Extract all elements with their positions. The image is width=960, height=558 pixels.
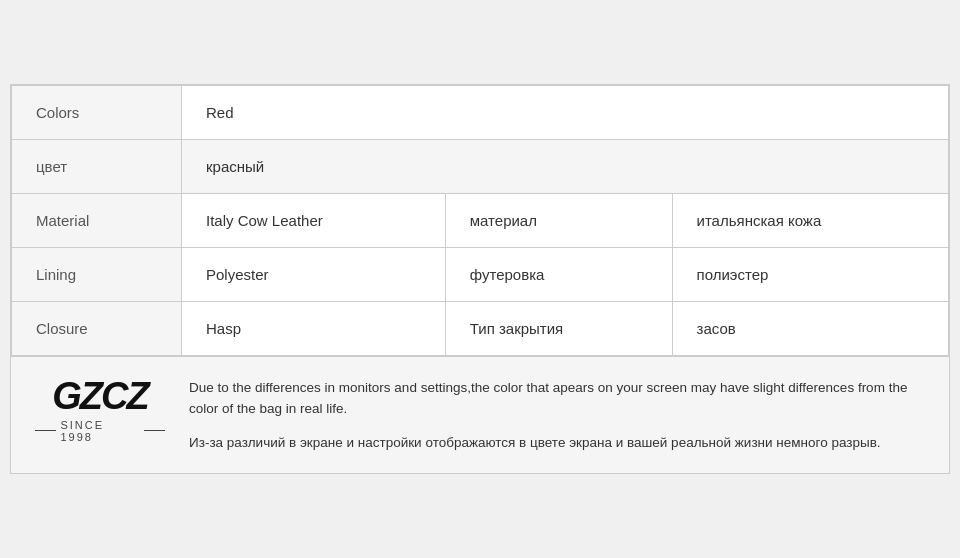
- value-material-col4: итальянская кожа: [672, 193, 948, 247]
- value-colors: Red: [182, 85, 949, 139]
- value-color-ru: красный: [182, 139, 949, 193]
- label-colors: Colors: [12, 85, 182, 139]
- value-closure: Hasp: [182, 301, 446, 355]
- logo-text: GZCZ: [52, 377, 147, 415]
- value-lining: Polyester: [182, 247, 446, 301]
- value-lining-col3: футеровка: [445, 247, 672, 301]
- disclaimer-en: Due to the differences in monitors and s…: [189, 377, 925, 420]
- value-closure-col3: Тип закрытия: [445, 301, 672, 355]
- value-lining-col4: полиэстер: [672, 247, 948, 301]
- value-closure-col4: засов: [672, 301, 948, 355]
- brand-logo: GZCZ SINCE 1998: [35, 377, 165, 443]
- label-material: Material: [12, 193, 182, 247]
- label-color-ru: цвет: [12, 139, 182, 193]
- table-row-lining: Lining Polyester футеровка полиэстер: [12, 247, 949, 301]
- footer-section: GZCZ SINCE 1998 Due to the differences i…: [11, 356, 949, 474]
- disclaimer-ru: Из-за различий в экране и настройки отоб…: [189, 432, 925, 454]
- table-row-colors: Colors Red: [12, 85, 949, 139]
- label-lining: Lining: [12, 247, 182, 301]
- label-closure: Closure: [12, 301, 182, 355]
- value-material-col3: материал: [445, 193, 672, 247]
- value-material: Italy Cow Leather: [182, 193, 446, 247]
- logo-since: SINCE 1998: [35, 419, 165, 443]
- table-row-material: Material Italy Cow Leather материал итал…: [12, 193, 949, 247]
- table-row-color-ru: цвет красный: [12, 139, 949, 193]
- table-row-closure: Closure Hasp Тип закрытия засов: [12, 301, 949, 355]
- product-info-table: Colors Red цвет красный Material Italy C…: [10, 84, 950, 475]
- footer-disclaimers: Due to the differences in monitors and s…: [189, 377, 925, 454]
